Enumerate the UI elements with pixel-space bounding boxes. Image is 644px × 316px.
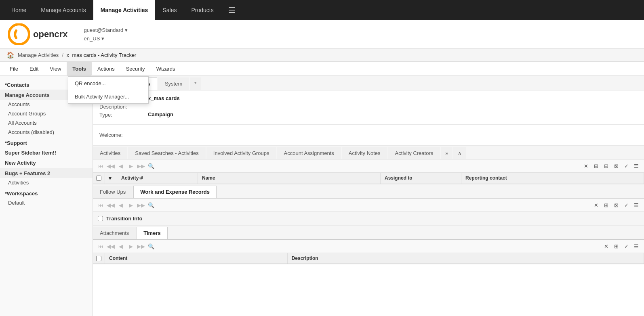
fu-btn-list[interactable]: ☰ xyxy=(632,201,641,209)
fu-btn-search[interactable]: 🔍 xyxy=(147,201,156,209)
fu-btn-first[interactable]: ⏮ xyxy=(96,201,105,209)
locale-dropdown[interactable]: en_US ▾ xyxy=(84,36,128,42)
timers-toolbar: ⏮ ◀◀ ◀ ▶ ▶▶ 🔍 ✕ ⊞ ✓ ☰ xyxy=(93,240,644,253)
ti-select-all[interactable] xyxy=(96,256,101,261)
fu-btn-next[interactable]: ▶ xyxy=(126,201,135,209)
form-row-type: Type: Campaign xyxy=(99,111,638,118)
btn-search[interactable]: 🔍 xyxy=(147,161,156,170)
welcome-label: Welcome: xyxy=(99,132,132,138)
col-checkbox[interactable] xyxy=(93,173,105,184)
ti-btn-next-page[interactable]: ▶▶ xyxy=(137,242,145,251)
main-layout: *Contacts Manage Accounts Accounts Accou… xyxy=(0,76,644,316)
logo-icon xyxy=(8,23,30,45)
col-filter-icon: ▼ xyxy=(105,173,117,184)
fu-btn-check[interactable]: ✓ xyxy=(622,201,631,209)
form-value-name: x_mas cards xyxy=(148,95,180,101)
fu-btn-next-page[interactable]: ▶▶ xyxy=(137,201,145,209)
tab-system[interactable]: System xyxy=(158,77,189,90)
sidebar-item-default[interactable]: Default xyxy=(0,198,93,207)
timers-grid-header: Content Description xyxy=(93,253,644,264)
breadcrumb: 🏠 Manage Activities / x_mas cards - Acti… xyxy=(0,49,644,62)
sidebar-item-new-activity[interactable]: New Activity xyxy=(0,158,93,168)
tab-saved-searches[interactable]: Saved Searches - Activities xyxy=(128,147,206,159)
select-all-checkbox[interactable] xyxy=(96,176,101,181)
menu-edit[interactable]: Edit xyxy=(24,62,44,75)
fu-btn-prev-page[interactable]: ◀◀ xyxy=(106,201,115,209)
dropdown-qr-encode[interactable]: QR encode... xyxy=(68,77,148,90)
col-assigned-to: Assigned to xyxy=(381,173,461,184)
transition-checkbox[interactable] xyxy=(98,216,103,221)
fu-btn-export[interactable]: ✕ xyxy=(591,201,600,209)
transition-header[interactable]: Transition Info xyxy=(93,212,644,225)
tab-account-assignments[interactable]: Account Assignments xyxy=(277,147,341,159)
followups-tab-bar: Follow Ups Work and Expense Records xyxy=(93,184,644,199)
breadcrumb-section[interactable]: Manage Activities xyxy=(18,52,59,58)
sidebar-item-activities[interactable]: Activities xyxy=(0,178,93,187)
sidebar-item-super-sidebar[interactable]: Super Sidebar Item!! xyxy=(0,148,93,158)
sidebar: *Contacts Manage Accounts Accounts Accou… xyxy=(0,76,93,316)
dropdown-bulk-activity[interactable]: Bulk Activity Manager... xyxy=(68,90,148,103)
ti-col-checkbox[interactable] xyxy=(93,253,105,264)
fu-btn-filter[interactable]: ⊠ xyxy=(612,201,621,209)
btn-prev-page[interactable]: ◀◀ xyxy=(106,161,115,170)
tab-more[interactable]: » xyxy=(441,147,452,159)
logo: opencrx xyxy=(8,23,68,45)
ti-btn-columns[interactable]: ⊞ xyxy=(612,242,621,251)
tab-activities[interactable]: Activities xyxy=(93,147,127,159)
activities-tab-bar: Activities Saved Searches - Activities I… xyxy=(93,146,644,159)
tab-activity-notes[interactable]: Activity Notes xyxy=(342,147,387,159)
user-dropdown[interactable]: guest@Standard ▾ xyxy=(84,27,128,33)
tab-timers[interactable]: Timers xyxy=(137,227,167,239)
btn-next-page[interactable]: ▶▶ xyxy=(137,161,145,170)
sidebar-item-account-groups[interactable]: Account Groups xyxy=(0,109,93,118)
form-welcome-section: Welcome: xyxy=(93,125,644,146)
tab-activity-creators[interactable]: Activity Creators xyxy=(388,147,440,159)
fu-btn-columns[interactable]: ⊞ xyxy=(602,201,610,209)
btn-next[interactable]: ▶ xyxy=(126,161,135,170)
nav-manage-accounts[interactable]: Manage Accounts xyxy=(34,0,93,20)
tab-asterisk[interactable]: * xyxy=(190,77,201,90)
btn-prev[interactable]: ◀ xyxy=(116,161,125,170)
nav-products[interactable]: Products xyxy=(184,0,221,20)
ti-btn-prev-page[interactable]: ◀◀ xyxy=(106,242,115,251)
tab-collapse[interactable]: ∧ xyxy=(453,147,466,159)
tab-work-expense[interactable]: Work and Expense Records xyxy=(133,186,217,198)
ti-btn-search[interactable]: 🔍 xyxy=(147,242,156,251)
btn-check[interactable]: ✓ xyxy=(622,161,631,170)
sidebar-item-all-accounts[interactable]: All Accounts xyxy=(0,118,93,128)
ti-btn-next[interactable]: ▶ xyxy=(126,242,135,251)
ti-btn-export[interactable]: ✕ xyxy=(602,242,610,251)
ti-btn-prev[interactable]: ◀ xyxy=(116,242,125,251)
fu-btn-prev[interactable]: ◀ xyxy=(116,201,125,209)
btn-columns[interactable]: ⊞ xyxy=(591,161,600,170)
tab-involved-groups[interactable]: Involved Activity Groups xyxy=(206,147,276,159)
timers-tab-bar: Attachments Timers xyxy=(93,226,644,240)
nav-manage-activities[interactable]: Manage Activities xyxy=(93,0,156,20)
menu-view[interactable]: View xyxy=(44,62,67,75)
user-dropdown-arrow: ▾ xyxy=(125,27,128,33)
tab-follow-ups[interactable]: Follow Ups xyxy=(93,186,133,198)
hamburger-menu[interactable]: ☰ xyxy=(223,5,241,15)
menu-wizards[interactable]: Wizards xyxy=(151,62,181,75)
btn-export-xls[interactable]: ✕ xyxy=(581,161,590,170)
nav-sales[interactable]: Sales xyxy=(155,0,184,20)
tab-attachments[interactable]: Attachments xyxy=(93,227,136,239)
menu-file[interactable]: File xyxy=(4,62,24,75)
menu-actions[interactable]: Actions xyxy=(92,62,120,75)
btn-list[interactable]: ☰ xyxy=(632,161,641,170)
ti-btn-first[interactable]: ⏮ xyxy=(96,242,105,251)
btn-first[interactable]: ⏮ xyxy=(96,161,105,170)
col-name: Name xyxy=(198,173,381,184)
btn-filter[interactable]: ⊠ xyxy=(612,161,621,170)
activities-grid-header: ▼ Activity-# Name Assigned to Reporting … xyxy=(93,173,644,184)
sidebar-item-accounts-disabled[interactable]: Accounts (disabled) xyxy=(0,128,93,137)
nav-home[interactable]: Home xyxy=(4,0,34,20)
header-right: guest@Standard ▾ en_US ▾ xyxy=(84,27,128,42)
menu-tools[interactable]: Tools xyxy=(67,62,92,75)
menu-security[interactable]: Security xyxy=(120,62,151,75)
ti-btn-check[interactable]: ✓ xyxy=(622,242,631,251)
btn-grid[interactable]: ⊟ xyxy=(602,161,610,170)
breadcrumb-page: x_mas cards - Activity Tracker xyxy=(67,52,137,58)
timers-section: Attachments Timers ⏮ ◀◀ ◀ ▶ ▶▶ 🔍 ✕ ⊞ ✓ ☰… xyxy=(93,226,644,264)
ti-btn-list[interactable]: ☰ xyxy=(632,242,641,251)
